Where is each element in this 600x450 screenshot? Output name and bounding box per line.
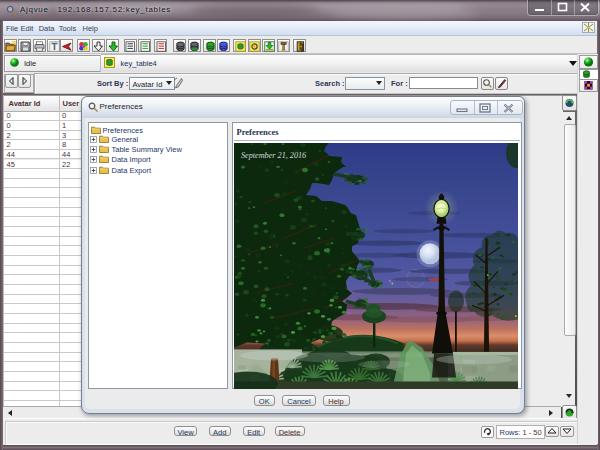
svg-text:September 21, 2016: September 21, 2016 [241, 151, 307, 160]
